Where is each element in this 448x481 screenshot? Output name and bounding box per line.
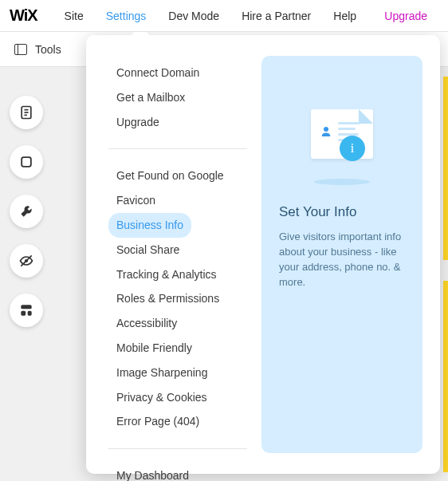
left-tool-rail [10, 96, 43, 327]
svg-rect-4 [22, 157, 31, 167]
menu-get-mailbox[interactable]: Get a Mailbox [108, 85, 247, 110]
info-badge-icon: i [340, 136, 365, 161]
layout-icon [18, 302, 34, 318]
rail-tools-button[interactable] [10, 195, 43, 228]
menu-privacy-cookies[interactable]: Privacy & Cookies [108, 385, 247, 410]
wix-logo: WiX [10, 6, 37, 25]
svg-rect-9 [28, 311, 32, 316]
wrench-icon [18, 203, 34, 219]
svg-rect-7 [21, 305, 31, 309]
svg-rect-8 [21, 311, 26, 316]
menu-connect-domain[interactable]: Connect Domain [108, 61, 247, 85]
menu-tracking-analytics[interactable]: Tracking & Analytics [108, 262, 247, 287]
menu-help[interactable]: Help [322, 0, 367, 32]
settings-group-3: My Dashboard [108, 448, 247, 481]
menu-accessibility[interactable]: Accessibility [108, 311, 247, 336]
tools-label[interactable]: Tools [35, 43, 61, 56]
menu-settings[interactable]: Settings [95, 0, 158, 32]
rail-hide-button[interactable] [10, 244, 43, 278]
page-icon [18, 104, 34, 120]
eye-off-icon [18, 253, 34, 269]
menu-mobile-friendly[interactable]: Mobile Friendly [108, 336, 247, 361]
settings-menu-list: Connect Domain Get a Mailbox Upgrade Get… [86, 56, 261, 453]
menu-social-share[interactable]: Social Share [108, 238, 247, 262]
menu-upgrade[interactable]: Upgrade [373, 0, 438, 32]
settings-preview-card: i Set Your Info Give visitors important … [261, 56, 422, 453]
panel-layout-icon [14, 44, 27, 55]
preview-illustration: i [279, 78, 405, 190]
rail-layout-button[interactable] [10, 294, 43, 327]
section-icon [18, 154, 34, 170]
menu-error-page[interactable]: Error Page (404) [108, 409, 247, 434]
menu-site[interactable]: Site [53, 0, 95, 32]
rail-pages-button[interactable] [10, 96, 43, 129]
menu-favicon[interactable]: Favicon [108, 188, 247, 213]
top-menubar: WiX Site Settings Dev Mode Hire a Partne… [0, 0, 448, 32]
menu-my-dashboard[interactable]: My Dashboard [108, 463, 247, 481]
menu-upgrade[interactable]: Upgrade [108, 110, 247, 135]
menu-business-info[interactable]: Business Info [108, 213, 191, 238]
preview-description: Give visitors important info about your … [279, 230, 405, 290]
preview-title: Set Your Info [279, 204, 405, 220]
menu-get-found[interactable]: Get Found on Google [108, 164, 247, 188]
menu-dev-mode[interactable]: Dev Mode [157, 0, 230, 32]
settings-dropdown-panel: Connect Domain Get a Mailbox Upgrade Get… [86, 35, 440, 474]
settings-group-1: Connect Domain Get a Mailbox Upgrade [108, 56, 247, 148]
menu-image-sharpening[interactable]: Image Sharpening [108, 361, 247, 385]
shadow-icon [314, 179, 370, 185]
menu-roles-permissions[interactable]: Roles & Permissions [108, 286, 247, 311]
canvas-edge-top [443, 77, 448, 260]
canvas-edge-bottom [443, 281, 448, 472]
person-icon [319, 124, 333, 140]
rail-section-button[interactable] [10, 145, 43, 179]
settings-group-2: Get Found on Google Favicon Business Inf… [108, 148, 247, 448]
menu-hire-partner[interactable]: Hire a Partner [230, 0, 322, 32]
